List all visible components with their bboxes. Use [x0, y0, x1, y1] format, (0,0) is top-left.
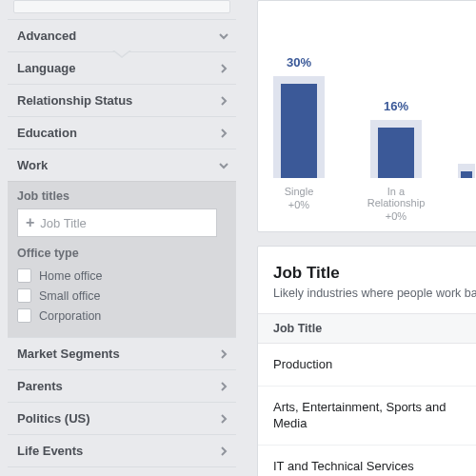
chart-category: In a Relationship+0% [361, 186, 431, 222]
checkbox-icon [17, 288, 31, 303]
table-row[interactable]: Production [258, 344, 476, 387]
accordion-label: Work [17, 158, 48, 172]
chevron-right-icon [217, 412, 230, 426]
checkbox-small-office[interactable]: Small office [17, 286, 227, 306]
job-title-input-wrap[interactable]: + [17, 208, 217, 237]
table-row[interactable]: IT and Technical Services [258, 446, 476, 476]
accordion-advanced[interactable]: Advanced [8, 19, 236, 51]
chart-category-row: Single+0%In a Relationship+0% [264, 186, 476, 222]
job-title-card: Job Title Likely industries where people… [257, 246, 476, 476]
chart-bar-value: 16% [384, 99, 408, 113]
accordion-market-segments[interactable]: Market Segments [8, 337, 236, 369]
chevron-right-icon [217, 347, 230, 361]
checkbox-label: Home office [39, 269, 102, 283]
checkbox-corporation[interactable]: Corporation [17, 306, 227, 326]
chart-category [458, 186, 475, 222]
chevron-right-icon [217, 380, 230, 393]
chevron-right-icon [217, 94, 230, 108]
relationship-chart-card: 30%16% Single+0%In a Relationship+0% [257, 0, 476, 232]
accordion-label: Politics (US) [17, 411, 90, 426]
job-title-heading: Job Title [273, 264, 476, 283]
job-title-input[interactable] [40, 216, 208, 230]
checkbox-label: Small office [39, 289, 100, 303]
accordion-life-events[interactable]: Life Events [8, 434, 236, 467]
chart-bar: 30% [264, 76, 334, 178]
job-title-subtitle: Likely industries where people work ba [273, 287, 476, 300]
accordion-education[interactable]: Education [8, 116, 236, 149]
chart-bar [458, 164, 475, 178]
job-title-col-header: Job Title [258, 313, 476, 344]
chart-bar: 16% [361, 120, 431, 178]
chevron-down-icon [217, 30, 230, 43]
accordion-label: Market Segments [17, 347, 120, 361]
office-type-label: Office type [17, 247, 227, 260]
filter-sidebar: Advanced Language Relationship Status Ed… [0, 0, 244, 476]
job-titles-label: Job titles [17, 189, 227, 203]
table-row[interactable]: Arts, Entertainment, Sports and Media [258, 387, 476, 446]
checkbox-label: Corporation [39, 309, 101, 323]
chart-category: Single+0% [264, 186, 334, 222]
chevron-down-icon [217, 159, 230, 172]
accordion-label: Education [17, 126, 77, 140]
accordion-relationship-status[interactable]: Relationship Status [8, 84, 236, 116]
plus-icon: + [26, 215, 34, 230]
accordion-politics[interactable]: Politics (US) [8, 402, 236, 434]
chart-area: 30%16% [264, 16, 476, 178]
chart-bar-value: 30% [287, 55, 311, 69]
accordion-label: Life Events [17, 444, 83, 458]
main-content: 30%16% Single+0%In a Relationship+0% Job… [244, 0, 476, 476]
chevron-right-icon [217, 445, 230, 458]
chevron-right-icon [217, 127, 230, 140]
accordion-label: Advanced [17, 29, 76, 43]
checkbox-icon [17, 308, 31, 323]
search-placeholder-box [13, 0, 230, 13]
accordion-label: Relationship Status [17, 93, 132, 108]
accordion-label: Language [17, 61, 75, 75]
accordion-label: Parents [17, 379, 63, 393]
checkbox-home-office[interactable]: Home office [17, 266, 227, 286]
work-panel: Job titles + Office type Home office Sma… [8, 181, 236, 337]
accordion-work[interactable]: Work Job titles + Office type Home offic… [8, 149, 236, 337]
chevron-right-icon [217, 62, 230, 75]
accordion-parents[interactable]: Parents [8, 369, 236, 402]
checkbox-icon [17, 268, 31, 283]
